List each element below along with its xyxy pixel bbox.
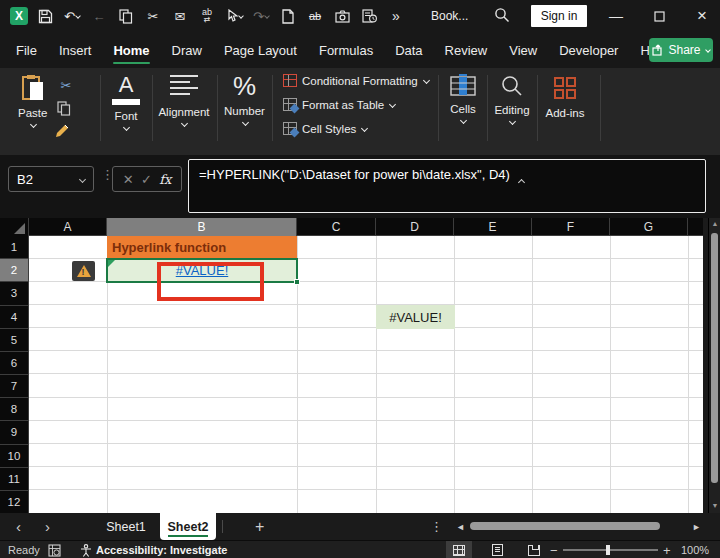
row-header-12[interactable]: 12 — [0, 491, 29, 513]
strikethrough-icon[interactable]: ab — [305, 6, 325, 26]
column-header-d[interactable]: D — [376, 218, 454, 236]
conditional-formatting-button[interactable]: Conditional Formatting — [283, 74, 429, 87]
tab-developer[interactable]: Developer — [548, 32, 629, 68]
search-icon[interactable] — [494, 7, 510, 27]
zoom-slider-thumb[interactable] — [606, 545, 610, 555]
row-header-1[interactable]: 1 — [0, 236, 29, 259]
scroll-down-icon[interactable]: ▼ — [709, 502, 720, 509]
tab-page-layout[interactable]: Page Layout — [213, 32, 308, 68]
row-header-5[interactable]: 5 — [0, 329, 29, 352]
normal-view-button[interactable] — [446, 541, 472, 558]
cell-styles-button[interactable]: Cell Styles — [283, 122, 367, 135]
name-box[interactable]: B2 — [8, 166, 94, 192]
zoom-out-icon[interactable]: − — [550, 541, 558, 558]
copy-icon[interactable] — [116, 6, 136, 26]
hscroll-left-icon[interactable]: ◄ — [456, 513, 465, 540]
tab-data[interactable]: Data — [384, 32, 433, 68]
maximize-button[interactable] — [644, 0, 674, 32]
formula-input[interactable]: =HYPERLINK("D:\Dataset for power bi\date… — [188, 159, 706, 213]
minimize-button[interactable]: — — [601, 0, 631, 32]
macro-record-icon[interactable] — [48, 541, 61, 558]
collapse-formula-bar-icon[interactable] — [518, 171, 524, 189]
insert-function-icon[interactable]: fx — [159, 172, 171, 187]
tab-draw[interactable]: Draw — [161, 32, 213, 68]
close-button[interactable]: × — [687, 0, 717, 32]
zoom-in-icon[interactable]: + — [663, 541, 671, 558]
accessibility-status[interactable]: Accessibility: Investigate — [96, 541, 227, 558]
vertical-scrollbar[interactable]: ▲ ▼ — [708, 218, 720, 513]
column-header-partial[interactable] — [688, 218, 703, 236]
next-sheet-icon[interactable]: › — [45, 513, 50, 540]
row-header-2[interactable]: 2 — [0, 259, 29, 282]
column-header-f[interactable]: F — [532, 218, 610, 236]
zoom-slider-track[interactable] — [563, 549, 658, 551]
redo-icon[interactable]: ↷ — [251, 6, 271, 26]
row-header-7[interactable]: 7 — [0, 375, 29, 398]
sign-in-button[interactable]: Sign in — [531, 5, 587, 27]
format-as-table-button[interactable]: Format as Table — [283, 98, 395, 111]
font-group-button[interactable]: A Font — [103, 74, 149, 130]
add-sheet-icon[interactable]: + — [255, 513, 264, 540]
qat-overflow-icon[interactable]: » — [386, 6, 406, 26]
fill-handle[interactable] — [294, 279, 300, 285]
scroll-up-icon[interactable]: ▲ — [709, 220, 720, 227]
tab-view[interactable]: View — [498, 32, 548, 68]
save-icon[interactable] — [35, 6, 55, 26]
row-header-8[interactable]: 8 — [0, 398, 29, 421]
touch-mode-icon[interactable] — [224, 6, 244, 26]
sheet-tab-sheet2[interactable]: Sheet2 — [160, 513, 216, 540]
tab-bar-menu-icon[interactable]: ⋮ — [430, 513, 443, 540]
copy-icon[interactable] — [57, 101, 71, 120]
row-header-11[interactable]: 11 — [0, 468, 29, 491]
camera-icon[interactable] — [332, 6, 352, 26]
email-icon[interactable]: ✉ — [170, 6, 190, 26]
tab-file[interactable]: File — [5, 32, 48, 68]
zoom-level[interactable]: 100% — [681, 541, 709, 558]
row-header-9[interactable]: 9 — [0, 421, 29, 444]
page-break-view-button[interactable] — [521, 541, 547, 558]
cells-group-button[interactable]: Cells — [440, 74, 486, 123]
vertical-scrollbar-thumb[interactable] — [711, 233, 718, 483]
tab-home[interactable]: Home — [102, 32, 160, 68]
cancel-icon[interactable]: ✕ — [123, 172, 134, 187]
format-painter-icon[interactable] — [55, 123, 72, 143]
tab-formulas[interactable]: Formulas — [308, 32, 384, 68]
hscroll-right-icon[interactable]: ► — [692, 513, 701, 540]
alignment-group-button[interactable]: Alignment — [152, 74, 216, 126]
find-replace-icon[interactable]: ab⇄ — [197, 6, 217, 26]
row-header-6[interactable]: 6 — [0, 352, 29, 375]
prev-sheet-icon[interactable]: ‹ — [16, 513, 21, 540]
normal-view-icon — [453, 545, 465, 556]
sheet-tab-sheet1[interactable]: Sheet1 — [100, 513, 152, 540]
column-header-a[interactable]: A — [29, 218, 107, 236]
column-header-g[interactable]: G — [610, 218, 688, 236]
percent-icon: % — [233, 72, 256, 100]
column-header-e[interactable]: E — [454, 218, 532, 236]
cut-icon[interactable]: ✂ — [56, 75, 76, 95]
page-layout-view-button[interactable] — [484, 541, 510, 558]
horizontal-scrollbar-thumb[interactable] — [470, 522, 660, 530]
number-group-button[interactable]: % Number — [217, 72, 272, 125]
share-button[interactable]: Share — [649, 38, 713, 62]
tab-insert[interactable]: Insert — [48, 32, 103, 68]
excel-logo-icon[interactable]: X — [10, 7, 28, 25]
back-icon[interactable]: ← — [89, 6, 109, 26]
column-header-c[interactable]: C — [297, 218, 376, 236]
select-all-corner[interactable] — [0, 218, 29, 236]
error-checking-button[interactable] — [72, 261, 95, 281]
editing-group-button[interactable]: Editing — [487, 74, 537, 124]
column-header-b[interactable]: B — [107, 218, 297, 236]
row-header-10[interactable]: 10 — [0, 445, 29, 468]
new-file-icon[interactable] — [278, 6, 298, 26]
version-history-icon[interactable] — [359, 6, 379, 26]
tab-review[interactable]: Review — [434, 32, 499, 68]
undo-icon[interactable]: ↶ — [62, 6, 82, 26]
paste-button[interactable]: Paste — [18, 74, 47, 127]
cell-d4-value[interactable]: #VALUE! — [376, 305, 455, 329]
enter-icon[interactable]: ✓ — [141, 172, 152, 187]
row-header-3[interactable]: 3 — [0, 282, 29, 305]
cell-b1-title[interactable]: Hyperlink function — [107, 236, 297, 259]
addins-button[interactable]: Add-ins — [540, 76, 590, 119]
row-header-4[interactable]: 4 — [0, 306, 29, 329]
cut-icon[interactable]: ✂ — [143, 6, 163, 26]
